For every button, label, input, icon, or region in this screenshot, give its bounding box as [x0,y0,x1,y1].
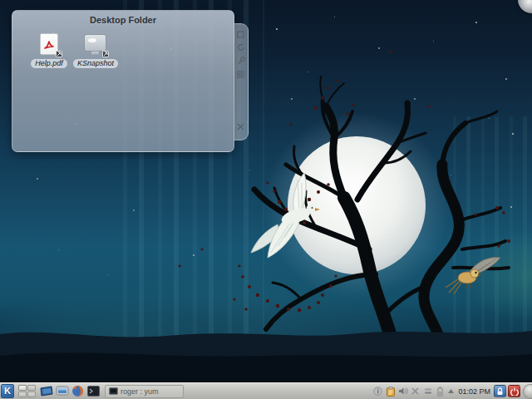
tray-expander-arrow[interactable] [447,386,455,397]
resize-icon[interactable] [236,29,246,39]
desktop-icon-ksnapshot[interactable]: KSnapshot [72,33,119,68]
taskbar-panel: K roger : yum [0,382,532,399]
virtual-desktop-pager[interactable] [18,385,36,397]
clock[interactable]: 01:02 PM [458,387,490,396]
desktop-icon-label: Help.pdf [31,59,67,68]
leave-power-icon[interactable] [508,385,520,397]
computer-icon[interactable] [55,384,69,398]
task-button-konsole[interactable]: roger : yum [105,385,184,398]
link-emblem-icon [102,51,109,57]
ksnapshot-monitor-icon [84,33,107,57]
panel-toolbox-cashew[interactable] [523,384,532,399]
folder-items: Help.pdf KSnapshot [12,25,234,68]
pager-desktop-1[interactable] [18,385,27,391]
yellow-bird [446,258,500,294]
volume-icon[interactable] [397,386,408,397]
input-x-icon[interactable] [410,386,421,397]
configure-wrench-icon[interactable] [236,56,246,66]
task-button-label: roger : yum [121,387,159,396]
system-tray [372,386,455,397]
kde-menu-icon[interactable]: K [1,384,14,398]
desktop-wallpaper: Desktop Folder Help.pdf [0,0,532,382]
pager-desktop-4[interactable] [27,392,36,397]
pdf-document-icon [37,33,61,57]
terminal-window-icon [109,384,118,399]
show-desktop-icon[interactable] [39,384,53,398]
rotate-icon[interactable] [236,42,246,52]
folder-widget-title: Desktop Folder [12,11,234,25]
lock-screen-icon[interactable] [494,385,506,397]
firefox-icon[interactable] [71,384,85,398]
konsole-icon[interactable] [86,384,101,398]
desktop-icon-label: KSnapshot [73,59,118,68]
network-icon[interactable] [422,386,433,397]
close-icon[interactable] [236,121,246,131]
pager-desktop-2[interactable] [27,385,36,391]
battery-icon[interactable] [435,386,446,397]
ground-near [0,352,532,382]
maximize-icon[interactable] [236,69,246,79]
klipper-clipboard-icon[interactable] [385,386,396,397]
desktop-folder-widget: Desktop Folder Help.pdf [12,10,234,152]
link-emblem-icon [56,51,62,57]
pager-desktop-3[interactable] [18,392,27,397]
notifier-icon[interactable] [372,386,383,397]
desktop-icon-help-pdf[interactable]: Help.pdf [26,33,72,68]
folder-widget-handle [234,23,249,140]
